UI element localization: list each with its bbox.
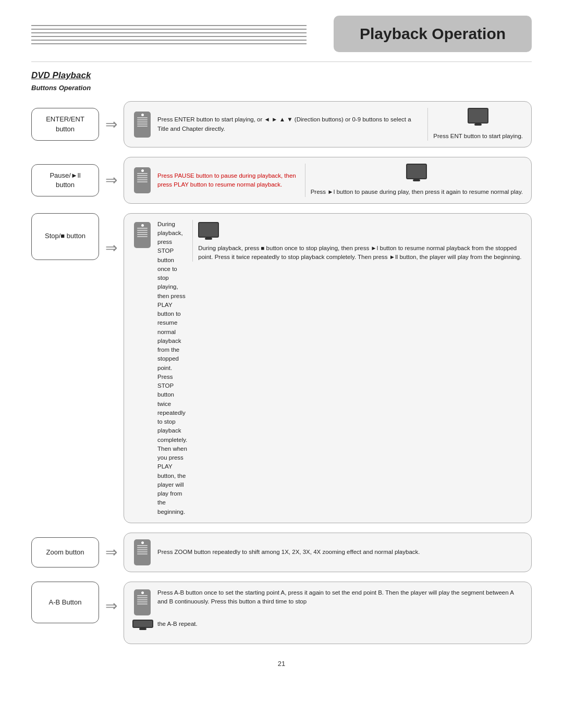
remote-graphic [134, 112, 151, 138]
ab-desc-bottom: the A-B repeat. [132, 620, 198, 628]
header-line-1 [31, 25, 307, 26]
enter-screen-icon [468, 108, 488, 124]
stop-desc-right-section: During playback, press ■ button once to … [192, 220, 523, 262]
header-line-4 [31, 36, 307, 37]
ab-desc-box: Press A-B button once to set the startin… [124, 582, 532, 644]
zoom-button-label: Zoom button [31, 537, 99, 567]
pause-row: Pause/►llbutton ⇒ Press PAUSE button to … [31, 157, 532, 203]
ab-row: A-B Button ⇒ Press A-B button once to se… [31, 582, 532, 644]
header-line-5 [31, 40, 307, 41]
zoom-remote-icon [132, 539, 152, 565]
header-separator [31, 61, 532, 62]
ab-desc-continuation: the A-B repeat. [157, 620, 198, 628]
remote-graphic-ab [134, 589, 151, 615]
enter-desc-right: Press ENT button to start playing. [433, 132, 523, 141]
enter-desc-box: Press ENTER button to start playing, or … [124, 101, 532, 147]
pause-red-text: Press PAUSE button to pause during playb… [157, 172, 296, 188]
enter-button-label: ENTER/ENTbutton [31, 108, 99, 140]
header-line-6 [31, 43, 307, 44]
zoom-arrow-icon: ⇒ [105, 544, 117, 561]
enter-remote-icon [132, 112, 152, 138]
pause-desc-right: Press ►l button to pause during play, th… [311, 188, 523, 196]
stop-desc-box: During playback, press STOP button once … [124, 213, 532, 523]
pause-desc-box: Press PAUSE button to pause during playb… [124, 157, 532, 203]
header-line-2 [31, 29, 307, 30]
enter-desc-right-section: Press ENT button to start playing. [427, 108, 523, 141]
stop-screen-icon [198, 222, 219, 238]
zoom-row: Zoom button ⇒ Press ZOOM button repeated… [31, 533, 532, 572]
enter-row: ENTER/ENTbutton ⇒ Press ENTER button to … [31, 101, 532, 147]
remote-graphic-pause [134, 167, 151, 193]
stop-button-label: Stop/■ button [31, 213, 99, 260]
ab-screen-icon [132, 620, 153, 628]
pause-desc-right-section: Press ►l button to pause during play, th… [305, 164, 523, 196]
header-line-3 [31, 32, 307, 33]
page-number: 21 [31, 660, 532, 668]
ab-arrow-icon: ⇒ [105, 597, 117, 614]
stop-remote-icon [132, 222, 152, 248]
header-lines [31, 16, 307, 53]
ab-desc-text: Press A-B button once to set the startin… [157, 588, 523, 607]
pause-screen-icon [406, 164, 427, 179]
ab-desc-inner: Press A-B button once to set the startin… [132, 588, 523, 615]
zoom-desc-text: Press ZOOM button repeatedly to shift am… [157, 548, 523, 557]
ab-remote-icon [132, 589, 152, 615]
stop-arrow-icon: ⇒ [105, 239, 117, 256]
zoom-desc-box: Press ZOOM button repeatedly to shift am… [124, 533, 532, 572]
dvd-playback-title: DVD Playback [31, 70, 532, 81]
pause-button-label: Pause/►llbutton [31, 164, 99, 196]
remote-graphic-zoom [134, 539, 151, 565]
enter-desc-left: Press ENTER button to start playing, or … [157, 115, 422, 133]
header: Playback Operation [31, 16, 532, 52]
buttons-operation-title: Buttons Operation [31, 84, 532, 92]
stop-desc-right: During playback, press ■ button once to … [198, 244, 523, 262]
ab-button-label: A-B Button [31, 582, 99, 623]
pause-arrow-icon: ⇒ [105, 171, 117, 189]
pause-desc-left: Press PAUSE button to pause during playb… [157, 171, 300, 190]
page-title: Playback Operation [334, 16, 532, 52]
remote-graphic-stop [134, 222, 151, 248]
stop-row: Stop/■ button ⇒ During playback, press S… [31, 213, 532, 523]
enter-arrow-icon: ⇒ [105, 116, 117, 133]
pause-remote-icon [132, 167, 152, 193]
page: Playback Operation DVD Playback Buttons … [0, 0, 563, 728]
stop-desc-left: During playback, press STOP button once … [157, 220, 187, 516]
